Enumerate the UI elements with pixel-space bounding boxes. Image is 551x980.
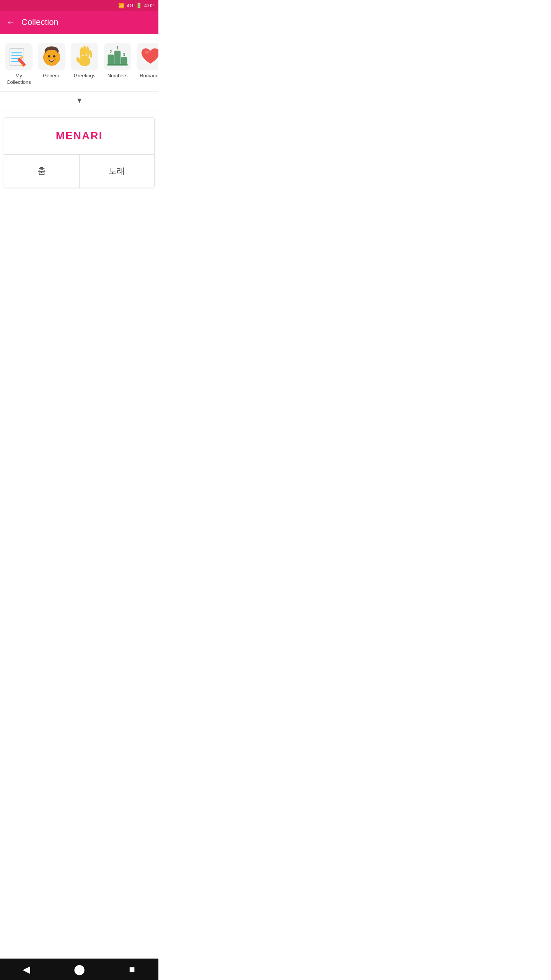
category-label-greetings: Greetings — [74, 73, 95, 79]
svg-point-16 — [54, 58, 55, 59]
svg-point-20 — [79, 47, 83, 57]
app-bar: ← Collection — [0, 11, 158, 34]
svg-point-15 — [48, 59, 49, 60]
card-word: MENARI — [56, 130, 103, 142]
svg-rect-24 — [108, 55, 114, 64]
svg-point-18 — [79, 56, 90, 66]
translation-text-0: 춤 — [37, 166, 46, 176]
svg-point-14 — [47, 58, 49, 59]
category-label-numbers: Numbers — [108, 73, 128, 79]
sim-icon: 📶 — [118, 3, 124, 8]
translation-text-1: 노래 — [108, 166, 125, 176]
svg-text:1: 1 — [116, 46, 119, 50]
svg-text:2: 2 — [110, 50, 112, 54]
svg-point-11 — [46, 50, 57, 56]
numbers-icon: 2 1 3 — [104, 43, 131, 70]
svg-text:3: 3 — [123, 52, 126, 57]
page-title: Collection — [21, 17, 59, 27]
translation-cell-0[interactable]: 춤 — [4, 155, 80, 188]
svg-rect-28 — [121, 57, 127, 64]
svg-point-12 — [48, 55, 50, 57]
time-label: 4:02 — [144, 3, 154, 8]
category-list: My Collections — [3, 41, 155, 87]
card-translations: 춤 노래 — [4, 155, 154, 188]
romance-icon — [137, 43, 158, 70]
svg-point-13 — [53, 55, 55, 57]
svg-point-31 — [145, 51, 149, 54]
category-item-romance[interactable]: Romance — [135, 41, 158, 81]
general-icon — [38, 43, 65, 70]
category-item-my-collections[interactable]: My Collections — [3, 41, 34, 87]
category-label-general: General — [43, 73, 60, 79]
chevron-area: ▾ — [0, 91, 158, 111]
battery-icon: 🔋 — [136, 3, 142, 8]
category-label-my-collections: My Collections — [5, 73, 33, 86]
svg-rect-26 — [115, 51, 121, 64]
back-button[interactable]: ← — [6, 18, 15, 27]
category-scroll-area: My Collections — [0, 34, 158, 91]
svg-point-21 — [83, 46, 86, 57]
status-bar: 📶 4G 🔋 4:02 — [0, 0, 158, 11]
flashcard: MENARI 춤 노래 — [4, 117, 155, 188]
network-label: 4G — [127, 3, 133, 8]
card-word-row: MENARI — [4, 118, 154, 155]
category-item-numbers[interactable]: 2 1 3 Numbers — [102, 41, 133, 81]
svg-point-22 — [86, 46, 90, 57]
category-item-greetings[interactable]: Greetings — [69, 41, 100, 81]
translation-cell-1[interactable]: 노래 — [80, 155, 155, 188]
greetings-icon — [71, 43, 98, 70]
chevron-down-icon[interactable]: ▾ — [77, 95, 82, 105]
svg-rect-30 — [107, 64, 127, 65]
category-item-general[interactable]: General — [36, 41, 67, 81]
svg-point-17 — [55, 59, 56, 60]
my-collections-icon — [5, 43, 33, 70]
category-label-romance: Romance — [140, 73, 158, 79]
